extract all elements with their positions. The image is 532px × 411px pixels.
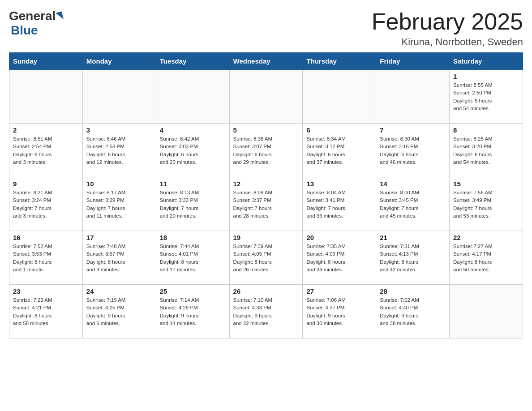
logo: General Blue xyxy=(9,9,63,38)
day-number: 14 xyxy=(380,180,446,188)
day-info: Sunrise: 8:38 AM Sunset: 3:07 PM Dayligh… xyxy=(233,135,299,166)
day-info: Sunrise: 8:30 AM Sunset: 3:16 PM Dayligh… xyxy=(380,135,446,166)
day-info: Sunrise: 7:31 AM Sunset: 4:13 PM Dayligh… xyxy=(380,243,446,274)
calendar-cell: 19Sunrise: 7:39 AM Sunset: 4:05 PM Dayli… xyxy=(229,231,303,285)
day-info: Sunrise: 8:17 AM Sunset: 3:29 PM Dayligh… xyxy=(86,189,152,220)
title-area: February 2025 Kiruna, Norrbotten, Sweden xyxy=(372,9,523,48)
day-info: Sunrise: 7:02 AM Sunset: 4:40 PM Dayligh… xyxy=(380,296,446,327)
day-number: 11 xyxy=(160,180,226,188)
day-number: 17 xyxy=(86,234,152,241)
calendar-cell: 24Sunrise: 7:19 AM Sunset: 4:25 PM Dayli… xyxy=(82,285,156,338)
calendar-cell xyxy=(450,285,523,338)
day-number: 27 xyxy=(306,287,372,295)
calendar-cell xyxy=(82,70,156,124)
calendar-cell: 23Sunrise: 7:23 AM Sunset: 4:21 PM Dayli… xyxy=(9,285,83,338)
calendar-cell: 10Sunrise: 8:17 AM Sunset: 3:29 PM Dayli… xyxy=(82,177,156,231)
day-info: Sunrise: 8:00 AM Sunset: 3:45 PM Dayligh… xyxy=(380,189,446,220)
calendar-cell: 5Sunrise: 8:38 AM Sunset: 3:07 PM Daylig… xyxy=(229,124,303,177)
day-info: Sunrise: 7:06 AM Sunset: 4:37 PM Dayligh… xyxy=(306,296,372,327)
day-info: Sunrise: 7:35 AM Sunset: 4:09 PM Dayligh… xyxy=(306,243,372,274)
day-info: Sunrise: 8:25 AM Sunset: 3:20 PM Dayligh… xyxy=(453,135,519,166)
day-number: 22 xyxy=(453,234,519,241)
calendar-cell: 12Sunrise: 8:09 AM Sunset: 3:37 PM Dayli… xyxy=(229,177,303,231)
calendar-cell: 4Sunrise: 8:42 AM Sunset: 3:03 PM Daylig… xyxy=(156,124,229,177)
day-number: 28 xyxy=(380,287,446,295)
day-number: 18 xyxy=(160,234,226,241)
calendar-cell: 15Sunrise: 7:56 AM Sunset: 3:49 PM Dayli… xyxy=(450,177,523,231)
day-number: 16 xyxy=(13,234,79,241)
day-number: 9 xyxy=(13,180,79,188)
day-info: Sunrise: 8:21 AM Sunset: 3:24 PM Dayligh… xyxy=(13,189,79,220)
calendar-week-4: 16Sunrise: 7:52 AM Sunset: 3:53 PM Dayli… xyxy=(9,231,523,285)
day-info: Sunrise: 8:55 AM Sunset: 2:50 PM Dayligh… xyxy=(453,81,519,112)
day-number: 7 xyxy=(380,126,446,134)
day-info: Sunrise: 8:13 AM Sunset: 3:33 PM Dayligh… xyxy=(160,189,226,220)
day-info: Sunrise: 8:34 AM Sunset: 3:12 PM Dayligh… xyxy=(306,135,372,166)
logo-general-text: General xyxy=(9,9,56,23)
day-number: 4 xyxy=(160,126,226,134)
calendar-cell xyxy=(303,70,376,124)
calendar-week-2: 2Sunrise: 8:51 AM Sunset: 2:54 PM Daylig… xyxy=(9,124,523,177)
day-info: Sunrise: 7:19 AM Sunset: 4:25 PM Dayligh… xyxy=(86,296,152,327)
calendar-header: SundayMondayTuesdayWednesdayThursdayFrid… xyxy=(9,53,523,70)
day-info: Sunrise: 7:27 AM Sunset: 4:17 PM Dayligh… xyxy=(453,243,519,274)
logo-blue-text: Blue xyxy=(11,23,38,38)
day-info: Sunrise: 7:56 AM Sunset: 3:49 PM Dayligh… xyxy=(453,189,519,220)
calendar-cell xyxy=(9,70,83,124)
day-number: 25 xyxy=(160,287,226,295)
calendar-cell: 13Sunrise: 8:04 AM Sunset: 3:41 PM Dayli… xyxy=(303,177,376,231)
calendar-subtitle: Kiruna, Norrbotten, Sweden xyxy=(372,36,523,48)
day-info: Sunrise: 8:04 AM Sunset: 3:41 PM Dayligh… xyxy=(306,189,372,220)
calendar-cell: 16Sunrise: 7:52 AM Sunset: 3:53 PM Dayli… xyxy=(9,231,83,285)
days-of-week-row: SundayMondayTuesdayWednesdayThursdayFrid… xyxy=(9,53,523,70)
calendar-cell: 27Sunrise: 7:06 AM Sunset: 4:37 PM Dayli… xyxy=(303,285,376,338)
calendar-cell: 8Sunrise: 8:25 AM Sunset: 3:20 PM Daylig… xyxy=(450,124,523,177)
day-of-week-wednesday: Wednesday xyxy=(229,53,303,70)
day-number: 3 xyxy=(86,126,152,134)
calendar-cell: 25Sunrise: 7:14 AM Sunset: 4:29 PM Dayli… xyxy=(156,285,229,338)
day-number: 20 xyxy=(306,234,372,241)
day-info: Sunrise: 7:48 AM Sunset: 3:57 PM Dayligh… xyxy=(86,243,152,274)
day-info: Sunrise: 8:46 AM Sunset: 2:58 PM Dayligh… xyxy=(86,135,152,166)
calendar-cell: 22Sunrise: 7:27 AM Sunset: 4:17 PM Dayli… xyxy=(450,231,523,285)
day-number: 12 xyxy=(233,180,299,188)
day-info: Sunrise: 8:09 AM Sunset: 3:37 PM Dayligh… xyxy=(233,189,299,220)
day-info: Sunrise: 7:44 AM Sunset: 4:01 PM Dayligh… xyxy=(160,243,226,274)
calendar-cell: 7Sunrise: 8:30 AM Sunset: 3:16 PM Daylig… xyxy=(376,124,450,177)
day-info: Sunrise: 8:51 AM Sunset: 2:54 PM Dayligh… xyxy=(13,135,79,166)
calendar-week-5: 23Sunrise: 7:23 AM Sunset: 4:21 PM Dayli… xyxy=(9,285,523,338)
calendar-cell: 28Sunrise: 7:02 AM Sunset: 4:40 PM Dayli… xyxy=(376,285,450,338)
day-of-week-monday: Monday xyxy=(82,53,156,70)
day-number: 13 xyxy=(306,180,372,188)
calendar-cell: 18Sunrise: 7:44 AM Sunset: 4:01 PM Dayli… xyxy=(156,231,229,285)
day-info: Sunrise: 7:10 AM Sunset: 4:33 PM Dayligh… xyxy=(233,296,299,327)
calendar-week-1: 1Sunrise: 8:55 AM Sunset: 2:50 PM Daylig… xyxy=(9,70,523,124)
day-number: 23 xyxy=(13,287,79,295)
day-of-week-tuesday: Tuesday xyxy=(156,53,229,70)
calendar-cell: 3Sunrise: 8:46 AM Sunset: 2:58 PM Daylig… xyxy=(82,124,156,177)
calendar-body: 1Sunrise: 8:55 AM Sunset: 2:50 PM Daylig… xyxy=(9,70,523,338)
logo-arrow-icon xyxy=(56,11,64,21)
day-of-week-friday: Friday xyxy=(376,53,450,70)
day-info: Sunrise: 7:23 AM Sunset: 4:21 PM Dayligh… xyxy=(13,296,79,327)
day-number: 21 xyxy=(380,234,446,241)
day-number: 1 xyxy=(453,73,519,80)
day-number: 10 xyxy=(86,180,152,188)
calendar-cell: 11Sunrise: 8:13 AM Sunset: 3:33 PM Dayli… xyxy=(156,177,229,231)
day-info: Sunrise: 7:52 AM Sunset: 3:53 PM Dayligh… xyxy=(13,243,79,274)
calendar-cell xyxy=(229,70,303,124)
day-of-week-sunday: Sunday xyxy=(9,53,83,70)
calendar-cell xyxy=(156,70,229,124)
calendar-cell: 20Sunrise: 7:35 AM Sunset: 4:09 PM Dayli… xyxy=(303,231,376,285)
day-number: 5 xyxy=(233,126,299,134)
calendar-cell: 17Sunrise: 7:48 AM Sunset: 3:57 PM Dayli… xyxy=(82,231,156,285)
day-of-week-saturday: Saturday xyxy=(450,53,523,70)
calendar-cell: 6Sunrise: 8:34 AM Sunset: 3:12 PM Daylig… xyxy=(303,124,376,177)
calendar-cell xyxy=(376,70,450,124)
day-number: 26 xyxy=(233,287,299,295)
day-number: 19 xyxy=(233,234,299,241)
calendar-title: February 2025 xyxy=(372,9,523,34)
calendar-cell: 14Sunrise: 8:00 AM Sunset: 3:45 PM Dayli… xyxy=(376,177,450,231)
calendar-table: SundayMondayTuesdayWednesdayThursdayFrid… xyxy=(9,52,523,338)
calendar-cell: 9Sunrise: 8:21 AM Sunset: 3:24 PM Daylig… xyxy=(9,177,83,231)
